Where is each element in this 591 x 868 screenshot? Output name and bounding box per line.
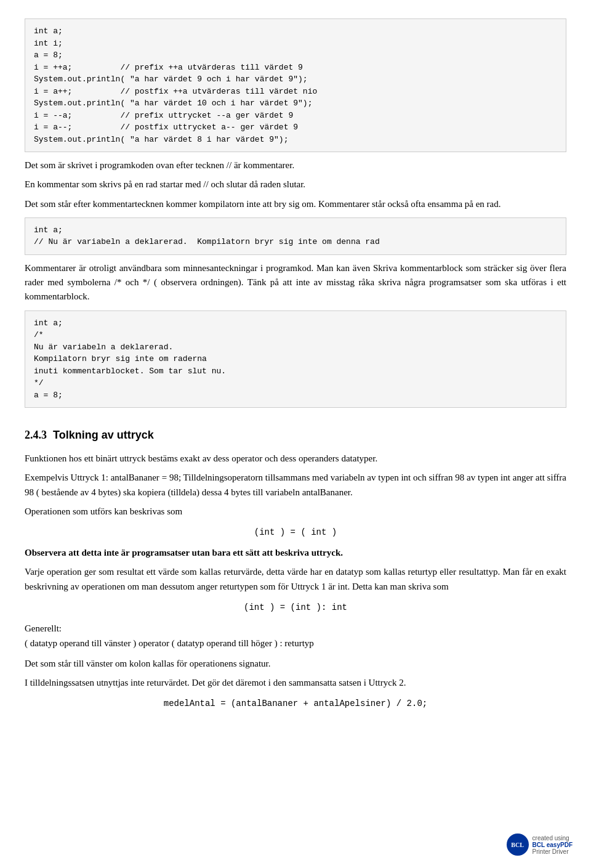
- generellt-block: Generellt: ( datatyp operand till vänste…: [25, 621, 566, 651]
- watermark-text-line2: BCL easyPDF: [533, 842, 573, 848]
- section-number: 2.4.3: [25, 429, 47, 442]
- code-block-1: int a; int i; a = 8; i = ++a; // prefix …: [25, 18, 566, 152]
- generellt-line: ( datatyp operand till vänster ) operato…: [25, 638, 314, 648]
- formula-3: medelAntal = (antalBananer + antalApelsi…: [25, 699, 566, 708]
- paragraph-9: Det som står till vänster om kolon kalla…: [25, 657, 566, 671]
- watermark-logo-icon: BCL: [507, 834, 529, 856]
- watermark-text-line1: created using: [533, 835, 573, 842]
- section-title-row: 2.4.3 Tolkning av uttryck: [25, 418, 566, 447]
- generellt-label: Generellt:: [25, 623, 62, 633]
- paragraph-1: Det som är skrivet i programkoden ovan e…: [25, 158, 566, 172]
- paragraph-3: Det som står efter kommentartecknen komm…: [25, 197, 566, 211]
- paragraph-2: En kommentar som skrivs på en rad starta…: [25, 177, 566, 192]
- paragraph-8: Varje operation ger som resultat ett vär…: [25, 565, 566, 594]
- paragraph-7: Operationen som utförs kan beskrivas som: [25, 505, 566, 519]
- paragraph-4: Kommentarer är otroligt användbara som m…: [25, 261, 566, 304]
- watermark: BCL created using BCL easyPDF Printer Dr…: [507, 834, 573, 856]
- formula-1: (int ) = ( int ): [25, 527, 566, 537]
- section-title: Tolkning av uttryck: [53, 429, 154, 442]
- code-block-3: int a; /* Nu är variabeln a deklarerad. …: [25, 310, 566, 408]
- page-content: int a; int i; a = 8; i = ++a; // prefix …: [25, 18, 566, 708]
- paragraph-10: I tilldelningssatsen utnyttjas inte retu…: [25, 676, 566, 690]
- paragraph-6: Exempelvis Uttryck 1: antalBananer = 98;…: [25, 471, 566, 500]
- paragraph-5: Funktionen hos ett binärt uttryck bestäm…: [25, 452, 566, 466]
- watermark-text-line3: Printer Driver: [533, 848, 573, 855]
- code-block-2: int a; // Nu är variabeln a deklarerad. …: [25, 217, 566, 255]
- bold-paragraph: Observera att detta inte är programsatse…: [25, 546, 566, 560]
- formula-2: (int ) = (int ): int: [25, 602, 566, 612]
